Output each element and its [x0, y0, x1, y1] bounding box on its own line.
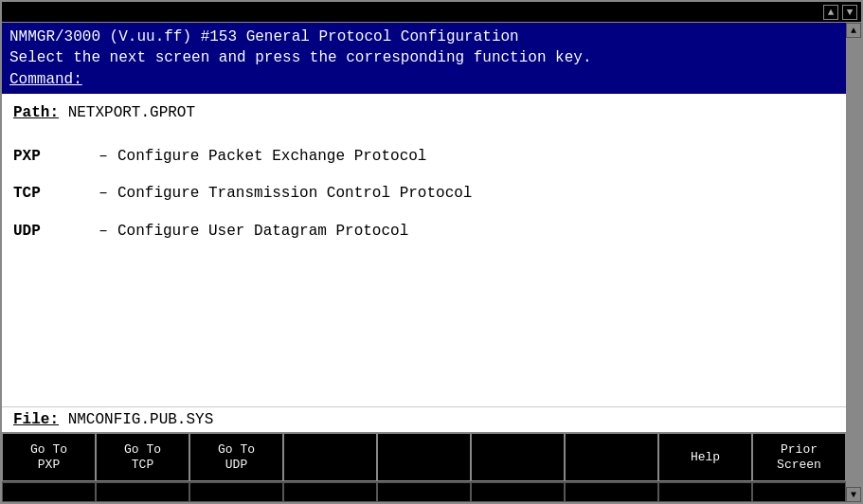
- footer-section: File: NMCONFIG.PUB.SYS: [2, 406, 846, 432]
- file-label: File:: [13, 411, 59, 428]
- content-area: NMMGR/3000 (V.uu.ff) #153 General Protoc…: [2, 23, 846, 502]
- fkey-f4: [283, 433, 377, 481]
- fkey-goto-pxp[interactable]: Go ToPXP: [2, 433, 96, 481]
- fkey-goto-tcp[interactable]: Go ToTCP: [96, 433, 189, 481]
- menu-key-pxp: PXP: [13, 145, 89, 170]
- menu-desc-pxp: Configure Packet Exchange Protocol: [117, 145, 835, 170]
- fkey-help[interactable]: Help: [658, 433, 752, 481]
- bottom-cell-1: [2, 482, 96, 502]
- menu-desc-udp: Configure User Datagram Protocol: [117, 220, 835, 244]
- bottom-cell-8: [658, 482, 752, 502]
- scrollbar-down-button[interactable]: ▼: [846, 487, 861, 502]
- file-value: NMCONFIG.PUB.SYS: [68, 411, 214, 428]
- menu-dash-pxp: –: [89, 145, 117, 170]
- maximize-icon[interactable]: ▼: [842, 5, 857, 20]
- menu-dash-udp: –: [89, 220, 117, 244]
- fkey-prior-screen[interactable]: PriorScreen: [752, 433, 846, 481]
- scrollbar: ▲ ▼: [846, 23, 861, 502]
- path-line: Path: NETXPORT.GPROT: [13, 101, 835, 126]
- header-section: NMMGR/3000 (V.uu.ff) #153 General Protoc…: [2, 23, 846, 94]
- fkey-f6: [471, 433, 565, 481]
- bottom-cell-9: [752, 482, 846, 502]
- terminal-window: ▲ ▼ NMMGR/3000 (V.uu.ff) #153 General Pr…: [0, 0, 863, 504]
- menu-key-udp: UDP: [13, 220, 89, 244]
- function-keys-bar: Go ToPXP Go ToTCP Go ToUDP Help PriorScr…: [2, 432, 846, 481]
- menu-item-tcp: TCP – Configure Transmission Control Pro…: [13, 182, 835, 207]
- menu-item-pxp: PXP – Configure Packet Exchange Protocol: [13, 145, 835, 170]
- menu-key-tcp: TCP: [13, 182, 89, 207]
- minimize-icon[interactable]: ▲: [823, 5, 838, 20]
- fkey-goto-udp[interactable]: Go ToUDP: [189, 433, 283, 481]
- header-line2: Select the next screen and press the cor…: [9, 47, 838, 68]
- header-line3: Command:: [9, 69, 838, 90]
- bottom-cell-2: [96, 482, 189, 502]
- fkey-f5: [377, 433, 471, 481]
- title-controls: ▲ ▼: [823, 5, 857, 20]
- menu-dash-tcp: –: [89, 182, 117, 207]
- main-content: Path: NETXPORT.GPROT PXP – Configure Pac…: [2, 94, 846, 406]
- path-label: Path:: [13, 104, 59, 121]
- scrollbar-track: [847, 38, 860, 487]
- scrollbar-up-button[interactable]: ▲: [846, 23, 861, 38]
- menu-desc-tcp: Configure Transmission Control Protocol: [117, 182, 835, 207]
- menu-item-udp: UDP – Configure User Datagram Protocol: [13, 220, 835, 244]
- bottom-cell-6: [471, 482, 565, 502]
- header-line1: NMMGR/3000 (V.uu.ff) #153 General Protoc…: [9, 27, 838, 47]
- bottom-cell-5: [377, 482, 471, 502]
- title-bar: ▲ ▼: [2, 2, 861, 23]
- bottom-cell-4: [283, 482, 377, 502]
- fkey-f7: [565, 433, 658, 481]
- bottom-cell-7: [565, 482, 658, 502]
- bottom-cell-3: [189, 482, 283, 502]
- main-area: NMMGR/3000 (V.uu.ff) #153 General Protoc…: [2, 23, 861, 502]
- command-label: Command:: [9, 71, 82, 88]
- bottom-bar: [2, 481, 846, 502]
- path-value: NETXPORT.GPROT: [68, 104, 195, 121]
